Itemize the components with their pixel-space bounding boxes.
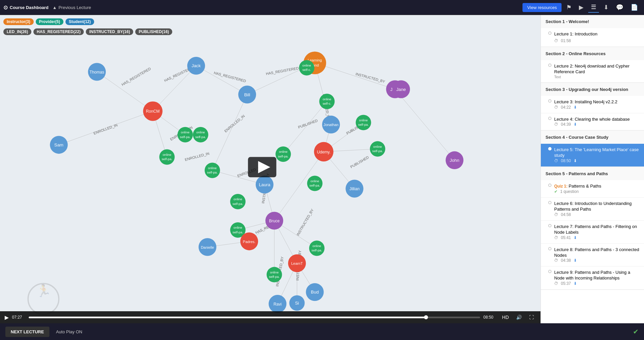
- quiz1-questions: 1 question: [560, 189, 579, 194]
- svg-text:self-pa.: self-pa.: [207, 171, 218, 174]
- lec6-title: Lecture 6: Introduction to Understanding…: [554, 201, 639, 212]
- sidebar-item-lec5[interactable]: Lecture 5: The 'Learning Market Place' c…: [541, 144, 644, 167]
- empty-dot-lec8: [548, 247, 552, 250]
- list-icon-button[interactable]: ☰: [588, 2, 599, 13]
- tag-has-registered[interactable]: HAS_REGISTERED(22): [33, 28, 84, 35]
- download-icon-lec3[interactable]: ⬇: [574, 105, 577, 110]
- sidebar-item-lec6[interactable]: Lecture 6: Introduction to Understanding…: [541, 198, 644, 221]
- clock-icon-lec1: ⏱: [554, 38, 558, 43]
- tag-instructor[interactable]: Instructor(3): [3, 18, 34, 25]
- node-jillian-label: Jillian: [350, 187, 360, 191]
- section-3-header[interactable]: Section 3 - Upgrading our Neo4j version: [541, 83, 644, 96]
- section-4-header[interactable]: Section 4 - Course Case Study: [541, 131, 644, 144]
- end-time: 08:50: [483, 315, 497, 320]
- download-icon-lec7[interactable]: ⬇: [574, 235, 577, 240]
- lec1-time: 01:58: [561, 38, 571, 43]
- svg-text:self-pa.: self-pa.: [180, 135, 191, 139]
- sidebar-item-lec8[interactable]: Lecture 8: Patterns and Paths - 3 connec…: [541, 244, 644, 267]
- bottom-check-icon: ✔: [633, 328, 639, 336]
- sidebar-item-lec9[interactable]: Lecture 9: Patterns and Paths - Using a …: [541, 266, 644, 290]
- download-icon-lec4[interactable]: ⬇: [574, 122, 577, 127]
- download-icon-button[interactable]: ⬇: [601, 2, 611, 12]
- svg-text:self-pa.: self-pa.: [269, 275, 280, 278]
- tag-student[interactable]: Student(12): [65, 18, 94, 25]
- logo-area[interactable]: ⊙ Course Dashboard: [3, 4, 48, 11]
- sidebar-item-lec7[interactable]: Lecture 7: Patterns and Paths - Filterin…: [541, 221, 644, 244]
- node-john-label: John: [450, 158, 459, 163]
- filter-tags: Instructor(3) Provider(5) Student(12): [3, 18, 94, 25]
- tag-published[interactable]: PUBLISHED(16): [135, 28, 172, 35]
- prev-lecture-button[interactable]: ▲ Previous Lecture: [52, 5, 91, 10]
- progress-handle[interactable]: [424, 315, 428, 319]
- svg-text:online: online: [312, 244, 321, 248]
- svg-text:self-pa.: self-pa.: [372, 149, 383, 153]
- progress-bar[interactable]: [29, 317, 480, 318]
- video-area: Instructor(3) Provider(5) Student(12) LE…: [0, 15, 541, 323]
- svg-text:online: online: [279, 150, 287, 153]
- node-udemy-label: Udemy.: [317, 150, 331, 154]
- next-lecture-button[interactable]: NEXT LECTURE: [5, 327, 49, 337]
- lec3-time: 04:22: [561, 105, 571, 110]
- node-bill-label: Bill: [244, 92, 250, 97]
- clock-icon-lec9: ⏱: [554, 281, 558, 286]
- chat-icon-button[interactable]: 💬: [613, 2, 626, 12]
- sidebar-item-lec4[interactable]: Lecture 4: Clearing the whole database ⏱…: [541, 113, 644, 131]
- hd-button[interactable]: HD: [500, 314, 511, 321]
- empty-dot-lec2: [548, 64, 552, 67]
- lec6-time: 04:58: [561, 212, 571, 217]
- course-dashboard-label: Course Dashboard: [10, 5, 48, 10]
- view-resources-button[interactable]: View resources: [522, 3, 562, 12]
- svg-text:🏃: 🏃: [36, 284, 51, 298]
- fullscreen-button[interactable]: ⛶: [527, 314, 536, 321]
- svg-text:online: online: [359, 118, 368, 122]
- sidebar-section-3: Section 3 - Upgrading our Neo4j version …: [541, 83, 644, 131]
- section-5-header[interactable]: Section 5 - Patterns and Paths: [541, 167, 644, 180]
- tag-led-in[interactable]: LED_IN(26): [3, 28, 31, 35]
- topbar: ⊙ Course Dashboard ▲ Previous Lecture Vi…: [0, 0, 644, 15]
- logo-icon: ⊙: [3, 4, 8, 11]
- lec4-time: 04:39: [561, 122, 571, 127]
- play-pause-button[interactable]: ▶: [5, 314, 9, 321]
- lec5-time: 08:50: [561, 158, 571, 163]
- node-thomas-label: Thomas: [89, 70, 104, 75]
- svg-text:online: online: [234, 226, 242, 229]
- lec7-title: Lecture 7: Patterns and Paths - Filterin…: [554, 224, 639, 235]
- section-1-header[interactable]: Section 1 - Welcome!: [541, 15, 644, 28]
- sidebar-item-lec3[interactable]: Lecture 3: Installing Neo4j v2.2.2 ⏱ 04:…: [541, 96, 644, 113]
- sidebar-item-quiz1[interactable]: Quiz 1: Patterns & Paths ✔ 1 question: [541, 180, 644, 198]
- empty-dot-quiz1: [548, 184, 552, 187]
- lec9-title: Lecture 9: Patterns and Paths - Using a …: [554, 270, 639, 281]
- video-play-overlay[interactable]: [248, 157, 276, 178]
- download-icon-lec9[interactable]: ⬇: [574, 281, 577, 286]
- clock-icon-lec7: ⏱: [554, 235, 558, 240]
- download-icon-lec8[interactable]: ⬇: [574, 258, 577, 263]
- prev-arrow-icon: ▲: [52, 5, 57, 10]
- tag-instructed-by[interactable]: INSTRUCTED_BY(16): [86, 28, 133, 35]
- volume-button[interactable]: 🔊: [514, 314, 524, 321]
- svg-text:self-pa.: self-pa.: [233, 230, 243, 234]
- empty-dot-lec4: [548, 117, 552, 120]
- svg-text:self-pa.: self-pa.: [309, 184, 320, 187]
- graph-svg: HAS_REGISTERED HAS_REGISTERED HAS_REGIST…: [0, 15, 541, 323]
- lec2-title: Lecture 2: Neo4j download and Cypher Ref…: [554, 64, 639, 75]
- node-laura-label: Laura: [259, 182, 270, 187]
- lec7-time: 05:41: [561, 235, 571, 240]
- quiz1-title: Quiz 1: Patterns & Paths: [554, 184, 601, 189]
- sidebar-item-lec2[interactable]: Lecture 2: Neo4j download and Cypher Ref…: [541, 60, 644, 83]
- svg-text:self-pa.: self-pa.: [162, 157, 172, 161]
- tag-provider[interactable]: Provider(5): [36, 18, 63, 25]
- sidebar-item-lec1[interactable]: Lecture 1: Introduction ⏱ 01:58: [541, 28, 644, 47]
- sidebar-section-1: Section 1 - Welcome! Lecture 1: Introduc…: [541, 15, 644, 47]
- flag-icon-button[interactable]: ⚑: [564, 2, 574, 12]
- node-roncm-label: RonCM: [146, 109, 160, 114]
- next-icon-button[interactable]: ▶: [576, 2, 586, 12]
- empty-dot-lec1: [548, 31, 552, 35]
- download-icon-lec5[interactable]: ⬇: [574, 158, 577, 163]
- svg-text:online: online: [270, 270, 279, 274]
- document-icon-button[interactable]: 📄: [628, 2, 641, 12]
- section-2-header[interactable]: Section 2 - Online Resources: [541, 47, 644, 60]
- relationship-tags: LED_IN(26) HAS_REGISTERED(22) INSTRUCTED…: [3, 28, 172, 35]
- lec5-title: Lecture 5: The 'Learning Market Place' c…: [554, 147, 639, 158]
- svg-text:self-pa.: self-pa.: [195, 135, 206, 139]
- main-content: Instructor(3) Provider(5) Student(12) LE…: [0, 15, 644, 323]
